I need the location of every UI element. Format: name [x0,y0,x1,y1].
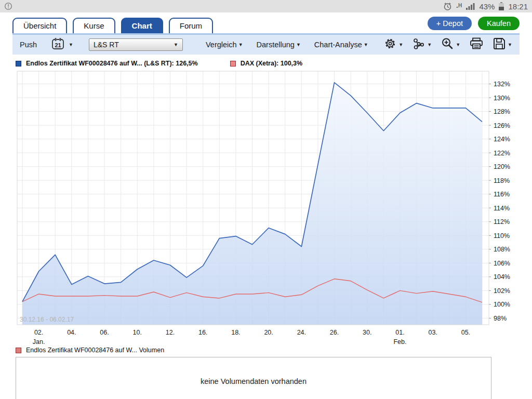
x-axis-label: 16. [198,329,207,336]
buy-button[interactable]: Kaufen [478,17,520,30]
y-axis-label: 98% [494,315,507,322]
indicator-nodes-icon [412,37,425,52]
print-button[interactable] [469,37,484,52]
price-chart-svg[interactable]: 98%100%102%104%106%108%110%112%114%116%1… [12,70,532,345]
y-axis-label: 112% [494,218,510,225]
legend-swatch-dax [230,61,236,66]
save-dropdown[interactable]: ▼ [493,37,512,52]
y-axis-label: 106% [494,260,510,267]
settings-dropdown[interactable]: ▼ [383,37,403,52]
legend-label-volume: Endlos Zertifikat WF00028476 auf W... Vo… [26,347,164,354]
menu-chart-analyse-label: Chart-Analyse [314,41,362,49]
push-toggle[interactable]: Push [20,41,37,49]
chevron-down-icon: ▼ [238,42,243,47]
chevron-down-icon: ▼ [427,42,432,47]
clock-text: 18:21 [508,2,528,11]
y-axis-label: 120% [494,163,510,170]
price-chart[interactable]: 98%100%102%104%106%108%110%112%114%116%1… [12,70,532,345]
x-axis-label: 26. [330,329,339,336]
y-axis-label: 118% [494,177,510,184]
x-axis-label: 05. [461,329,470,336]
x-axis-month-label: Jan. [33,338,45,345]
chart-legend: Endlos Zertifikat WF00028476 auf W... (L… [16,60,532,67]
legend-label-certificate: Endlos Zertifikat WF00028476 auf W... (L… [26,60,198,67]
y-axis-label: 114% [494,205,510,212]
x-axis-label: 04. [67,329,76,336]
legend-label-dax: DAX (Xetra): 100,3% [241,60,303,67]
tabs: Übersicht Kurse Chart Forum [12,18,213,33]
volume-legend: Endlos Zertifikat WF00028476 auf W... Vo… [16,347,532,354]
y-axis-label: 108% [494,246,510,253]
chevron-down-icon: ▼ [508,42,512,47]
timespan-dropdown[interactable]: 21 ▼ [51,37,73,53]
chevron-down-icon: ▼ [296,42,301,47]
chevron-down-icon: ▼ [364,42,368,47]
save-floppy-icon [493,37,506,52]
printer-icon [469,37,484,52]
chevron-down-icon: ▼ [174,42,178,47]
x-axis-month-label: Feb. [393,338,406,345]
zoom-in-icon [441,37,454,52]
add-depot-button[interactable]: + Depot [428,17,472,30]
calendar-icon: 21 [51,37,65,53]
y-axis-label: 132% [494,81,510,88]
legend-swatch-volume [16,348,21,353]
signal-strength-icon [466,3,475,10]
header-buttons: + Depot Kaufen [428,17,520,30]
alarm-clock-icon [443,2,452,11]
x-axis-label: 06. [100,329,109,336]
battery-percent-text: 43% [479,2,495,11]
x-axis-label: 01. [395,329,404,336]
notification-alert-icon [4,2,12,10]
svg-text:21: 21 [55,42,61,48]
y-axis-label: 102% [494,287,510,295]
x-axis-label: 18. [231,329,240,336]
date-range-watermark: 30.12.16 - 06.02.17 [20,316,74,323]
x-axis-label: 20. [264,329,273,336]
chevron-down-icon: ▼ [69,42,73,47]
tab-uebersicht[interactable]: Übersicht [12,18,67,33]
y-axis-label: 104% [494,273,510,281]
y-axis-label: 110% [494,232,510,240]
status-bar: H 43% 18:21 [0,0,532,12]
tab-forum[interactable]: Forum [169,18,213,33]
volume-empty-message: keine Volumendaten vorhanden [201,377,307,385]
legend-swatch-certificate [16,61,21,66]
tab-kurse[interactable]: Kurse [73,18,115,33]
y-axis-label: 130% [494,95,510,102]
x-axis-label: 12. [166,329,175,336]
menu-darstellung-label: Darstellung [257,41,295,49]
chevron-down-icon: ▼ [398,42,403,47]
y-axis-label: 116% [494,191,510,198]
exchange-select[interactable]: L&S RT ▼ [89,38,183,51]
x-axis-label: 03. [428,329,437,336]
hspa-network-icon: H [456,2,462,10]
x-axis-label: 10. [133,329,142,336]
y-axis-label: 128% [494,108,510,115]
menu-chart-analyse[interactable]: Chart-Analyse ▼ [314,41,368,49]
y-axis-label: 124% [494,136,510,143]
tab-row: Übersicht Kurse Chart Forum + Depot Kauf… [0,12,532,33]
gear-icon [383,37,397,52]
volume-panel: keine Volumendaten vorhanden [16,357,491,399]
x-axis-label: 24. [297,329,306,336]
indicators-dropdown[interactable]: ▼ [412,37,432,52]
svg-text:H: H [458,3,462,8]
x-axis-label: 30. [363,329,371,336]
y-axis-label: 122% [494,150,510,157]
exchange-selected-value: L&S RT [94,41,119,49]
tab-chart[interactable]: Chart [121,18,163,33]
chart-toolbar: Push 21 ▼ L&S RT ▼ Vergleich ▼ Darstellu… [12,35,520,55]
menu-vergleich-label: Vergleich [206,41,237,49]
y-axis-label: 100% [494,301,510,308]
battery-icon [498,2,504,11]
x-axis-label: 02. [34,329,43,336]
chevron-down-icon: ▼ [456,42,460,47]
zoom-dropdown[interactable]: ▼ [441,37,460,52]
y-axis-label: 126% [494,122,510,129]
menu-darstellung[interactable]: Darstellung ▼ [257,41,301,49]
menu-vergleich[interactable]: Vergleich ▼ [206,41,243,49]
